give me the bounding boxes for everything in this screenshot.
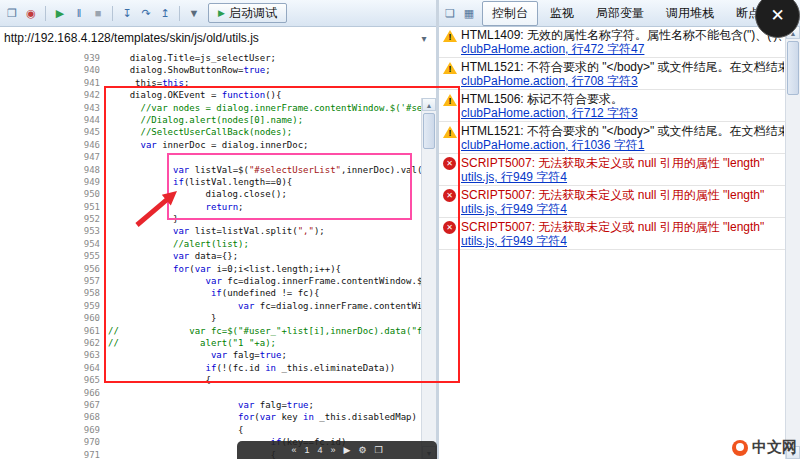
settings-icon[interactable]: ⚙ xyxy=(358,446,366,455)
line-number[interactable]: 939 xyxy=(0,52,106,64)
line-number[interactable]: 959 xyxy=(0,300,106,312)
source-link[interactable]: utils.js, 行949 字符4 xyxy=(461,170,764,184)
filter-dropdown-icon[interactable]: ▼ xyxy=(186,5,202,21)
warning-icon: ! xyxy=(443,29,458,43)
message-body: SCRIPT5007: 无法获取未定义或 null 引用的属性 "length"… xyxy=(461,156,764,184)
page-count[interactable]: 4 xyxy=(317,446,322,455)
tab-locals[interactable]: 局部变量 xyxy=(586,1,654,26)
clear-console-icon[interactable]: ❏ xyxy=(442,5,458,21)
toolbar-separator xyxy=(179,6,180,21)
code-line: 944 //Dialog.alert(nodes[0].name); xyxy=(0,114,436,126)
code-text: dialog.OKEvent = function(){ xyxy=(106,89,436,101)
console-scrollbar[interactable]: ▲ ▼ xyxy=(785,26,800,459)
line-number[interactable]: 961 xyxy=(0,325,106,337)
line-number[interactable]: 970 xyxy=(0,436,106,448)
tab-call-stack[interactable]: 调用堆栈 xyxy=(656,1,724,26)
source-link[interactable]: utils.js, 行949 字符4 xyxy=(461,202,764,216)
console-message: !HTML1409: 无效的属性名称字符。属性名称不能包含(")、(')、(<)… xyxy=(439,26,786,58)
code-text: var falg=true; xyxy=(106,399,436,411)
page-current[interactable]: 1 xyxy=(304,446,309,455)
play-icon[interactable]: ▶ xyxy=(343,446,350,455)
line-number[interactable]: 940 xyxy=(0,64,106,76)
forward-icon[interactable]: » xyxy=(330,446,335,455)
fullscreen-icon[interactable]: ❒ xyxy=(374,446,382,455)
continue-icon[interactable]: ▶ xyxy=(52,5,68,21)
document-icon[interactable]: ❐ xyxy=(4,5,20,21)
line-number[interactable]: 952 xyxy=(0,213,106,225)
code-text: //Dialog.alert(nodes[0].name); xyxy=(106,114,436,126)
source-link[interactable]: clubPaHome.action, 行712 字符3 xyxy=(461,106,638,120)
line-number[interactable]: 956 xyxy=(0,263,106,275)
line-number[interactable]: 951 xyxy=(0,201,106,213)
code-line: 949 if(listVal.length==0){ xyxy=(0,176,436,188)
code-text: for(var key in _this.disabledMap) xyxy=(106,411,436,423)
code-line: 943 //var nodes = dialog.innerFrame.cont… xyxy=(0,102,436,114)
line-number[interactable]: 964 xyxy=(0,362,106,374)
code-line: 964 if(!(fc.id in _this.eliminateData)) xyxy=(0,362,436,374)
code-text: dialog.ShowButtonRow=true; xyxy=(106,64,436,76)
line-number[interactable]: 948 xyxy=(0,164,106,176)
line-number[interactable]: 945 xyxy=(0,126,106,138)
warning-exclamation: ! xyxy=(443,128,457,138)
line-number[interactable]: 969 xyxy=(0,424,106,436)
scrollbar-thumb[interactable] xyxy=(423,113,435,149)
line-number[interactable]: 965 xyxy=(0,374,106,386)
line-number[interactable]: 941 xyxy=(0,77,106,89)
line-number[interactable]: 957 xyxy=(0,275,106,287)
error-icon: ✕ xyxy=(443,157,456,170)
code-line: 956 for(var i=0;i<list.length;i++){ xyxy=(0,263,436,275)
scroll-up-button[interactable]: ▲ xyxy=(422,98,436,111)
line-number[interactable]: 944 xyxy=(0,114,106,126)
code-text: var falg=true; xyxy=(106,349,436,361)
code-text: //SelectUserCallBack(nodes); xyxy=(106,126,436,138)
code-editor[interactable]: 939 dialog.Title=js_selectUser;940 dialo… xyxy=(0,49,436,459)
source-link[interactable]: utils.js, 行949 字符4 xyxy=(461,234,764,248)
code-text: } xyxy=(106,312,436,324)
line-number[interactable]: 960 xyxy=(0,312,106,324)
step-over-icon[interactable]: ↷ xyxy=(138,5,154,21)
record-icon[interactable]: ◉ xyxy=(23,5,39,21)
code-line: 948 var listVal=$("#selectUserList",inne… xyxy=(0,164,436,176)
chevron-down-icon[interactable]: ▾ xyxy=(416,33,432,44)
step-into-icon[interactable]: ↧ xyxy=(119,5,135,21)
scrollbar-thumb[interactable] xyxy=(787,41,799,95)
line-number[interactable]: 953 xyxy=(0,225,106,237)
code-text: dialog.close(); xyxy=(106,188,436,200)
line-number[interactable]: 958 xyxy=(0,287,106,299)
pause-icon[interactable]: ‖ xyxy=(71,5,87,21)
tab-watch[interactable]: 监视 xyxy=(540,1,584,26)
line-number[interactable]: 949 xyxy=(0,176,106,188)
line-number[interactable]: 954 xyxy=(0,238,106,250)
line-number[interactable]: 946 xyxy=(0,139,106,151)
source-link[interactable]: clubPaHome.action, 行708 字符3 xyxy=(461,74,784,88)
debug-toolbar-icons: ❐◉▶‖■↧↷↥▼ xyxy=(4,5,202,21)
line-number[interactable]: 950 xyxy=(0,188,106,200)
message-text: SCRIPT5007: 无法获取未定义或 null 引用的属性 "length" xyxy=(461,156,764,170)
line-number[interactable]: 947 xyxy=(0,151,106,163)
step-out-icon[interactable]: ↥ xyxy=(157,5,173,21)
rewind-icon[interactable]: « xyxy=(291,446,296,455)
code-line: 958 if(undefined != fc){ xyxy=(0,287,436,299)
stop-icon[interactable]: ■ xyxy=(90,5,106,21)
filter-messages-icon[interactable]: ▦ xyxy=(461,5,477,21)
tab-console[interactable]: 控制台 xyxy=(482,1,538,26)
source-link[interactable]: clubPaHome.action, 行1036 字符1 xyxy=(461,138,784,152)
editor-scrollbar[interactable]: ▲ ▼ xyxy=(421,98,436,459)
line-number[interactable]: 968 xyxy=(0,411,106,423)
start-debugging-label: 启动调试 xyxy=(229,5,277,22)
code-text: var list=listVal.split(","); xyxy=(106,225,436,237)
source-link[interactable]: clubPaHome.action, 行472 字符47 xyxy=(461,42,784,56)
player-icons: «14»▶⚙❒ xyxy=(291,446,382,455)
line-number[interactable]: 967 xyxy=(0,399,106,411)
line-number[interactable]: 962 xyxy=(0,337,106,349)
start-debugging-button[interactable]: ▶ 启动调试 xyxy=(208,3,287,23)
line-number[interactable]: 963 xyxy=(0,349,106,361)
code-line: 951 return; xyxy=(0,201,436,213)
line-number[interactable]: 955 xyxy=(0,250,106,262)
line-number[interactable]: 971 xyxy=(0,449,106,459)
script-url-bar[interactable]: http://192.168.4.128/templates/skin/js/o… xyxy=(0,27,436,50)
line-number[interactable]: 966 xyxy=(0,387,106,399)
line-number[interactable]: 942 xyxy=(0,89,106,101)
message-text: HTML1521: 不符合要求的 "</body>" 或文件结尾。在文档结束之前… xyxy=(461,60,784,74)
line-number[interactable]: 943 xyxy=(0,102,106,114)
